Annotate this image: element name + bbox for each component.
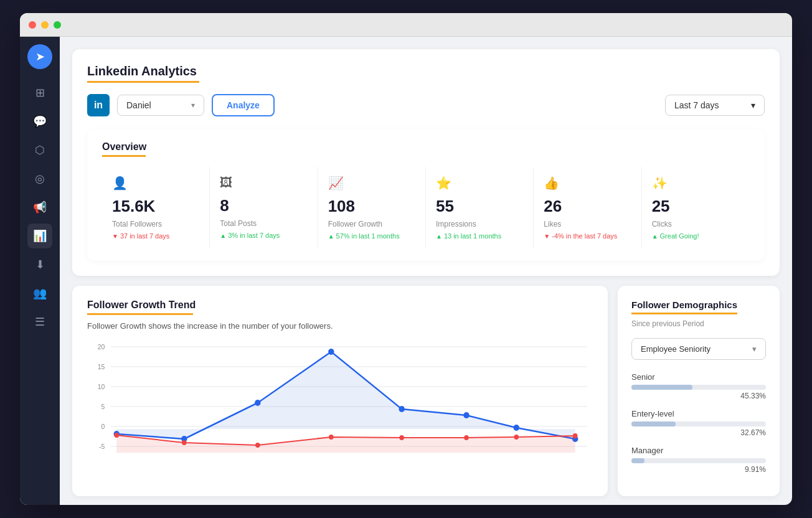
metric-change: ▲ Great Going! bbox=[652, 232, 740, 240]
metric-value: 108 bbox=[328, 197, 415, 216]
seniority-dropdown[interactable]: Employee Seniority ▾ bbox=[631, 338, 766, 360]
demo-title: Follower Demographics bbox=[631, 299, 766, 310]
svg-text:0: 0 bbox=[102, 423, 105, 430]
senior-label: Senior bbox=[631, 372, 766, 382]
metric-change: ▲ 3% in last 7 days bbox=[220, 232, 307, 239]
app-logo[interactable]: ➤ bbox=[27, 44, 52, 69]
metric-likes: 👍 26 Likes ▼ -4% in the last 7 days bbox=[534, 167, 641, 248]
metrics-grid: 👤 15.6K Total Followers ▼ 37 in last 7 d… bbox=[102, 167, 750, 248]
demographics-card: Follower Demographics Since previous Per… bbox=[618, 286, 780, 496]
chevron-down-icon: ▾ bbox=[752, 344, 757, 354]
trend-title: Follower Growth Trend bbox=[87, 299, 593, 311]
sidebar-item-downloads[interactable]: ⬇ bbox=[27, 252, 52, 277]
svg-point-16 bbox=[328, 349, 334, 355]
sidebar-item-campaigns[interactable]: 📢 bbox=[27, 195, 52, 220]
metric-impressions: ⭐ 55 Impressions ▲ 13 in last 1 months bbox=[426, 167, 534, 248]
svg-point-26 bbox=[399, 435, 404, 440]
sidebar-item-lists[interactable]: ☰ bbox=[27, 309, 52, 334]
senior-bar-bg bbox=[631, 385, 766, 390]
overview-underline bbox=[102, 155, 146, 157]
controls-row: in Daniel ▾ Analyze Last 7 days ▾ bbox=[87, 94, 765, 116]
date-range-label: Last 7 days bbox=[674, 100, 719, 110]
analyze-button[interactable]: Analyze bbox=[212, 94, 275, 116]
account-label: Daniel bbox=[126, 100, 151, 110]
maximize-button[interactable] bbox=[54, 21, 61, 29]
sidebar-item-messages[interactable]: 💬 bbox=[27, 109, 52, 134]
entry-label: Entery-level bbox=[631, 409, 766, 418]
sidebar-item-targets[interactable]: ◎ bbox=[27, 166, 52, 191]
svg-point-29 bbox=[573, 433, 578, 438]
change-value: 37 bbox=[120, 232, 128, 240]
metric-value: 55 bbox=[436, 197, 523, 216]
growth-icon: 📈 bbox=[328, 176, 415, 191]
svg-text:5: 5 bbox=[102, 403, 105, 410]
metric-label: Likes bbox=[544, 220, 631, 228]
change-text: in the last 7 days bbox=[566, 232, 618, 240]
change-text: in last 7 days bbox=[130, 232, 169, 240]
entry-bar-bg bbox=[631, 421, 766, 426]
trend-chart: 20 15 10 5 0 -5 bbox=[87, 341, 593, 465]
analytics-card: Linkedin Analytics in Daniel ▾ Analyze L… bbox=[72, 49, 780, 276]
change-value: 57% bbox=[336, 232, 350, 240]
metric-label: Total Posts bbox=[220, 219, 307, 228]
svg-point-24 bbox=[255, 443, 260, 448]
change-value: -4% bbox=[552, 232, 564, 240]
change-value: 3% bbox=[228, 232, 238, 239]
demo-item-senior: Senior 45.33% bbox=[631, 372, 766, 400]
seniority-label: Employee Seniority bbox=[641, 344, 710, 354]
sidebar: ➤ ⊞ 💬 ⬡ ◎ 📢 📊 ⬇ 👥 ☰ bbox=[20, 37, 60, 505]
date-range-dropdown[interactable]: Last 7 days ▾ bbox=[665, 95, 765, 116]
impressions-icon: ⭐ bbox=[436, 176, 523, 191]
change-text: in last 1 months bbox=[453, 232, 501, 240]
overview-title: Overview bbox=[102, 141, 750, 153]
metric-follower-growth: 📈 108 Follower Growth ▲ 57% in last 1 mo… bbox=[318, 167, 426, 248]
metric-label: Clicks bbox=[652, 220, 740, 228]
svg-text:-5: -5 bbox=[99, 443, 105, 450]
metric-change: ▲ 13 in last 1 months bbox=[436, 232, 523, 240]
metric-value: 8 bbox=[220, 196, 307, 215]
svg-point-15 bbox=[255, 400, 260, 406]
manager-label: Manager bbox=[631, 446, 766, 455]
metric-value: 15.6K bbox=[112, 197, 199, 216]
sidebar-item-people[interactable]: 👥 bbox=[27, 281, 52, 306]
overview-section: Overview 👤 15.6K Total Followers ▼ 37 in… bbox=[87, 129, 765, 261]
clicks-icon: ✨ bbox=[652, 176, 740, 191]
senior-pct: 45.33% bbox=[631, 392, 766, 400]
change-text: in last 7 days bbox=[240, 232, 280, 239]
svg-point-23 bbox=[182, 440, 187, 445]
metric-total-followers: 👤 15.6K Total Followers ▼ 37 in last 7 d… bbox=[102, 167, 210, 248]
arrow-up-icon: ▲ bbox=[436, 233, 442, 240]
close-button[interactable] bbox=[29, 21, 36, 29]
sidebar-item-dashboard[interactable]: ⊞ bbox=[27, 80, 52, 105]
main-window: ➤ ⊞ 💬 ⬡ ◎ 📢 📊 ⬇ 👥 ☰ Linkedin Analytics i… bbox=[20, 13, 792, 505]
metric-change: ▲ 57% in last 1 months bbox=[328, 232, 415, 240]
likes-icon: 👍 bbox=[544, 176, 631, 191]
sidebar-item-network[interactable]: ⬡ bbox=[27, 138, 52, 162]
svg-point-27 bbox=[464, 435, 469, 440]
senior-bar-fill bbox=[631, 385, 692, 390]
account-dropdown[interactable]: Daniel ▾ bbox=[117, 95, 204, 116]
chevron-down-icon: ▾ bbox=[751, 100, 755, 110]
minimize-button[interactable] bbox=[41, 21, 49, 29]
metric-total-posts: 🖼 8 Total Posts ▲ 3% in last 7 days bbox=[210, 167, 318, 248]
posts-icon: 🖼 bbox=[220, 176, 307, 190]
chevron-down-icon: ▾ bbox=[191, 101, 195, 110]
metric-label: Total Followers bbox=[112, 220, 199, 228]
sidebar-item-analytics[interactable]: 📊 bbox=[27, 224, 52, 248]
manager-bar-fill bbox=[631, 458, 644, 463]
demo-underline bbox=[631, 313, 737, 314]
manager-bar-bg bbox=[631, 458, 766, 463]
svg-point-19 bbox=[514, 425, 519, 431]
metric-value: 26 bbox=[544, 197, 631, 216]
linkedin-icon: in bbox=[87, 94, 110, 116]
bottom-row: Follower Growth Trend Follower Growth sh… bbox=[72, 286, 780, 496]
metric-change: ▼ 37 in last 7 days bbox=[112, 232, 199, 240]
svg-point-17 bbox=[399, 406, 404, 412]
trend-card: Follower Growth Trend Follower Growth sh… bbox=[72, 286, 608, 496]
arrow-up-icon: ▲ bbox=[220, 232, 226, 239]
arrow-down-icon: ▼ bbox=[112, 233, 118, 240]
entry-bar-fill bbox=[631, 421, 676, 426]
trend-description: Follower Growth shows the increase in th… bbox=[87, 321, 593, 331]
svg-text:10: 10 bbox=[98, 383, 105, 390]
demo-item-entry: Entery-level 32.67% bbox=[631, 409, 766, 437]
